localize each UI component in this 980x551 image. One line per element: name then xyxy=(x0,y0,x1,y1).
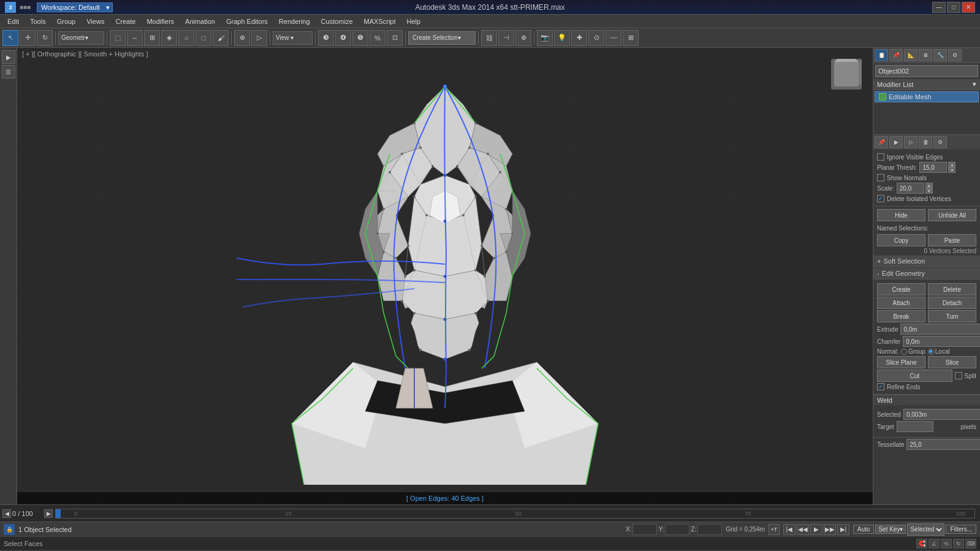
tool-light[interactable]: 💡 xyxy=(554,30,570,46)
show-normals-checkbox[interactable] xyxy=(877,174,884,181)
modifier-checkbox[interactable] xyxy=(879,93,886,101)
auto-key-btn[interactable]: Auto xyxy=(853,525,875,534)
select-tool[interactable]: ↖ xyxy=(2,30,18,46)
move-tool[interactable]: ✛ xyxy=(20,30,36,46)
extrude-input[interactable] xyxy=(900,324,980,335)
normal-local-radio[interactable]: Local xyxy=(928,348,950,355)
maximize-button[interactable]: □ xyxy=(947,2,960,13)
tool-5[interactable]: ❺ xyxy=(352,30,368,46)
panel-icon-display[interactable]: 🖥 xyxy=(919,49,932,61)
tool-helper[interactable]: ✚ xyxy=(571,30,587,46)
planar-thresh-up[interactable]: ▲ xyxy=(948,162,955,167)
hide-button[interactable]: Hide xyxy=(877,209,925,221)
lock-icon[interactable]: 🔒 xyxy=(4,524,15,535)
y-field[interactable] xyxy=(665,524,689,535)
viewport[interactable]: [ + ][ Orthographic ][ Smooth + Highligh… xyxy=(17,48,873,504)
create-button[interactable]: Create xyxy=(877,283,925,295)
workspace-dropdown[interactable]: Workspace: Default xyxy=(37,2,113,12)
tool-align[interactable]: ⊞ xyxy=(144,30,160,46)
target-weld-input[interactable] xyxy=(897,421,933,432)
copy-button[interactable]: Copy xyxy=(877,234,925,246)
paste-button[interactable]: Paste xyxy=(928,234,976,246)
tool-camera[interactable]: 📷 xyxy=(537,30,553,46)
prev-key-btn[interactable]: ◀◀ xyxy=(797,524,809,535)
tool-bind[interactable]: ⊕ xyxy=(515,30,531,46)
menu-animation[interactable]: Animation xyxy=(180,17,220,26)
minimize-button[interactable]: — xyxy=(932,2,946,13)
next-key-btn[interactable]: ▶▶ xyxy=(824,524,836,535)
keyboard-icon[interactable]: ⌨ xyxy=(965,539,976,549)
panel-icon-motion[interactable]: 📐 xyxy=(904,49,917,61)
config-btn[interactable]: ⚙ xyxy=(933,136,947,148)
spinner-icon[interactable]: ↻ xyxy=(953,539,964,549)
delete-isolated-checkbox[interactable]: ✓ xyxy=(877,195,884,202)
slice-plane-button[interactable]: Slice Plane xyxy=(877,356,925,368)
z-field[interactable] xyxy=(697,524,722,535)
panel-icon-extra[interactable]: ⚙ xyxy=(948,49,962,61)
filters-btn[interactable]: Filters... xyxy=(946,525,976,534)
object-name-field[interactable]: Object002 xyxy=(875,65,978,77)
rotate-tool[interactable]: ↻ xyxy=(37,30,53,46)
tool-link[interactable]: ⛓ xyxy=(481,30,497,46)
tool-particle[interactable]: ⊙ xyxy=(588,30,604,46)
scale-down[interactable]: ▼ xyxy=(925,188,933,194)
timeline-thumb[interactable] xyxy=(56,509,61,518)
menu-rendering[interactable]: Rendering xyxy=(274,17,315,26)
ignore-visible-edges-checkbox[interactable] xyxy=(877,153,884,161)
menu-graph-editors[interactable]: Graph Editors xyxy=(221,17,273,26)
view-dropdown[interactable]: View ▾ xyxy=(273,31,313,45)
play-btn[interactable]: ▶ xyxy=(810,524,822,535)
delete-button[interactable]: Delete xyxy=(928,283,976,295)
detach-button[interactable]: Detach xyxy=(928,297,976,309)
left-menu-btn[interactable]: ☰ xyxy=(2,65,15,78)
menu-group[interactable]: Group xyxy=(52,17,81,26)
menu-modifiers[interactable]: Modifiers xyxy=(142,17,179,26)
soft-selection-header[interactable]: + Soft Selection xyxy=(873,256,980,267)
menu-tools[interactable]: Tools xyxy=(25,17,51,26)
delete-mod-btn[interactable]: 🗑 xyxy=(919,136,932,148)
create-selection-button[interactable]: Create Selection▾ xyxy=(408,31,476,45)
set-key-btn[interactable]: Set Key▾ xyxy=(875,525,906,534)
show-end-btn[interactable]: ▶ xyxy=(889,136,903,148)
modifier-list-header[interactable]: Modifier List ▾ xyxy=(873,79,980,90)
unhide-all-button[interactable]: Unhide All xyxy=(928,209,976,221)
percent-icon[interactable]: % xyxy=(941,539,952,549)
tool-mirror[interactable]: ↔ xyxy=(127,30,143,46)
attach-button[interactable]: Attach xyxy=(877,297,925,309)
timeline-next-btn[interactable]: ▶ xyxy=(44,509,53,518)
tool-snap-toggle[interactable]: ⊡ xyxy=(387,30,403,46)
viewport-nav-cube[interactable] xyxy=(825,53,868,96)
tool-4[interactable]: ❹ xyxy=(335,30,351,46)
tool-window-select[interactable]: ⬚ xyxy=(110,30,126,46)
pin-stack-btn[interactable]: 📌 xyxy=(875,136,888,148)
next-frame-btn[interactable]: ▶| xyxy=(837,524,849,535)
show-seg-btn[interactable]: ▷ xyxy=(904,136,917,148)
planar-thresh-down[interactable]: ▼ xyxy=(948,167,955,173)
snap-icon[interactable]: 🧲 xyxy=(916,539,927,549)
modifier-entry-editable-mesh[interactable]: Editable Mesh xyxy=(875,91,979,102)
tool-snap-3d[interactable]: ◈ xyxy=(161,30,177,46)
tool-box[interactable]: □ xyxy=(196,30,211,46)
menu-create[interactable]: Create xyxy=(110,17,140,26)
selected-weld-input[interactable] xyxy=(903,409,980,420)
slice-button[interactable]: Slice xyxy=(928,356,976,368)
scale-input[interactable] xyxy=(897,183,924,194)
turn-button[interactable]: Turn xyxy=(928,310,976,322)
x-field[interactable] xyxy=(632,524,657,535)
panel-icon-object[interactable]: 📋 xyxy=(875,49,888,61)
menu-views[interactable]: Views xyxy=(82,17,109,26)
tool-circle[interactable]: ○ xyxy=(178,30,194,46)
tool-paint[interactable]: 🖌 xyxy=(213,30,229,46)
normal-group-radio[interactable]: Group xyxy=(901,348,925,355)
refine-ends-checkbox[interactable]: ✓ xyxy=(877,383,884,390)
edit-geometry-header[interactable]: - Edit Geometry xyxy=(873,268,980,279)
prev-frame-btn[interactable]: |◀ xyxy=(783,524,796,535)
panel-icon-hierarchy[interactable]: 📌 xyxy=(889,49,903,61)
menu-maxscript[interactable]: MAXScript xyxy=(359,17,401,26)
timeline-slider[interactable]: 0 25 50 75 100 xyxy=(55,509,975,519)
tool-more[interactable]: ⊞ xyxy=(623,30,639,46)
left-play-btn[interactable]: ▶ xyxy=(2,50,15,64)
tool-spacewarp[interactable]: 〰 xyxy=(606,30,621,46)
scale-up[interactable]: ▲ xyxy=(925,183,933,188)
tool-unlink[interactable]: ⊣ xyxy=(498,30,514,46)
